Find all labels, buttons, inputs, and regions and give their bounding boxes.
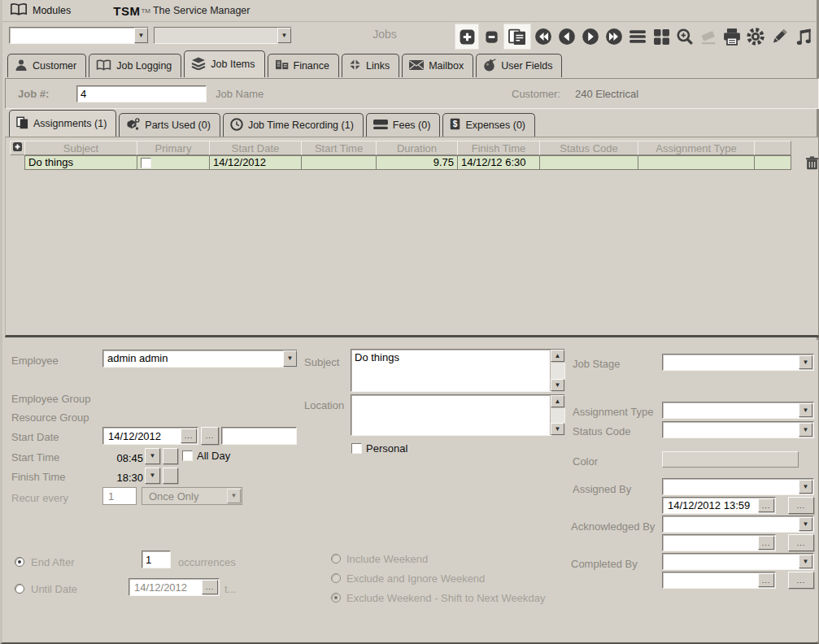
- cell-primary[interactable]: [137, 155, 210, 170]
- delete-row-button[interactable]: [806, 156, 819, 170]
- acknowledged-by-dropdown-arrow[interactable]: ▼: [799, 517, 812, 531]
- assigned-by-dropdown-arrow[interactable]: ▼: [799, 480, 812, 494]
- column-header-status-code[interactable]: Status Code: [539, 141, 638, 155]
- copy-button[interactable]: [503, 24, 531, 50]
- next-record-button[interactable]: [579, 24, 602, 49]
- module-combobox[interactable]: ▼: [9, 27, 149, 44]
- secondary-combobox[interactable]: ▼: [154, 27, 292, 44]
- previous-record-button[interactable]: [555, 24, 578, 49]
- until-date-picker-button[interactable]: ...: [202, 580, 218, 594]
- occurrences-input[interactable]: [142, 550, 171, 568]
- employee-dropdown-arrow[interactable]: ▼: [283, 350, 297, 367]
- until-date-radio[interactable]: [15, 584, 24, 594]
- column-header-primary[interactable]: Primary: [137, 141, 210, 155]
- location-scrollbar[interactable]: ▲ ▼: [550, 395, 564, 435]
- tab-job-items[interactable]: Job Items: [184, 50, 264, 77]
- assigned-extra-button[interactable]: ...: [788, 497, 814, 514]
- scroll-down-button[interactable]: ▼: [551, 423, 564, 435]
- tab-links[interactable]: Links: [342, 54, 399, 77]
- start-date-extra-input[interactable]: [221, 427, 297, 445]
- edit-button[interactable]: [768, 24, 791, 49]
- acknowledged-extra-button[interactable]: ...: [788, 534, 814, 551]
- column-header-start-date[interactable]: Start Date: [209, 141, 302, 155]
- modules-button[interactable]: Modules: [10, 3, 71, 18]
- tab-job-time-recording[interactable]: Job Time Recording (1): [223, 113, 364, 137]
- tab-finance[interactable]: Finance: [268, 54, 339, 77]
- tab-user-fields[interactable]: User Fields: [476, 54, 562, 77]
- primary-checkbox[interactable]: [141, 158, 151, 168]
- add-button[interactable]: [455, 24, 479, 50]
- tab-parts-used[interactable]: Parts Used (0): [119, 113, 220, 137]
- grid-add-row-button[interactable]: [10, 141, 25, 155]
- cell-status-code[interactable]: [539, 155, 638, 170]
- assigned-datetime-field[interactable]: 14/12/2012 13:59 ...: [662, 497, 776, 514]
- column-header-finish-time[interactable]: Finish Time: [457, 141, 540, 155]
- assignment-type-dropdown[interactable]: ▼: [662, 402, 814, 419]
- subject-scrollbar[interactable]: ▲ ▼: [550, 350, 564, 391]
- remove-button[interactable]: [480, 24, 503, 49]
- exclude-ignore-weekend-radio[interactable]: [331, 573, 341, 583]
- employee-dropdown[interactable]: admin admin ▼: [102, 350, 298, 368]
- completed-datetime-field[interactable]: ...: [662, 572, 776, 589]
- module-combobox-arrow[interactable]: ▼: [134, 28, 148, 43]
- tab-job-logging[interactable]: Job Logging: [89, 54, 181, 77]
- erase-button[interactable]: [697, 24, 720, 49]
- cell-duration[interactable]: 9.75: [376, 155, 458, 170]
- grid-view-button[interactable]: [650, 24, 673, 49]
- job-stage-dropdown-arrow[interactable]: ▼: [799, 355, 812, 369]
- completed-extra-button[interactable]: ...: [788, 572, 814, 589]
- start-date-field[interactable]: 14/12/2012 ...: [102, 427, 198, 445]
- settings-button[interactable]: [744, 24, 767, 49]
- start-time-dropdown-arrow[interactable]: ▼: [145, 448, 160, 464]
- tab-expenses[interactable]: $ Expenses (0): [442, 113, 535, 137]
- job-stage-dropdown[interactable]: ▼: [662, 354, 814, 371]
- completed-by-dropdown-arrow[interactable]: ▼: [799, 555, 812, 568]
- tab-fees[interactable]: Fees (0): [366, 113, 441, 137]
- secondary-combobox-arrow[interactable]: ▼: [277, 28, 291, 43]
- finish-time-clear-button[interactable]: [163, 468, 178, 484]
- column-header-assignment-type[interactable]: Assignment Type: [638, 141, 755, 155]
- start-date-extra-button[interactable]: ...: [201, 427, 219, 445]
- include-weekend-radio[interactable]: [331, 554, 341, 564]
- cell-subject[interactable]: Do things: [24, 155, 137, 170]
- scroll-down-button[interactable]: ▼: [551, 379, 564, 391]
- scroll-up-button[interactable]: ▲: [551, 350, 564, 362]
- start-time-clear-button[interactable]: [163, 448, 178, 464]
- until-date-field[interactable]: 14/12/2012 ...: [129, 578, 220, 596]
- assigned-datetime-picker-button[interactable]: ...: [758, 498, 774, 512]
- notes-button[interactable]: [791, 24, 814, 49]
- finish-time-dropdown-arrow[interactable]: ▼: [145, 468, 160, 484]
- tab-customer[interactable]: Customer: [7, 54, 86, 77]
- cell-start-time[interactable]: [301, 155, 377, 170]
- completed-by-dropdown[interactable]: ▼: [662, 553, 814, 570]
- job-number-input[interactable]: [76, 85, 207, 102]
- zoom-in-button[interactable]: [673, 24, 696, 49]
- column-header-subject[interactable]: Subject: [24, 141, 137, 155]
- tab-mailbox[interactable]: Mailbox: [402, 54, 473, 77]
- location-textarea[interactable]: ▲ ▼: [351, 394, 565, 436]
- personal-checkbox[interactable]: [351, 443, 362, 454]
- acknowledged-datetime-picker-button[interactable]: ...: [758, 536, 774, 550]
- color-swatch-field[interactable]: [662, 451, 799, 468]
- end-after-radio[interactable]: [15, 557, 24, 567]
- cell-blank[interactable]: [754, 155, 791, 170]
- status-code-dropdown[interactable]: ▼: [662, 421, 814, 438]
- print-button[interactable]: [721, 24, 743, 49]
- start-date-picker-button[interactable]: ...: [181, 429, 197, 443]
- last-record-button[interactable]: [603, 24, 625, 49]
- all-day-checkbox[interactable]: [182, 450, 193, 461]
- completed-datetime-picker-button[interactable]: ...: [758, 573, 774, 587]
- assignment-type-dropdown-arrow[interactable]: ▼: [799, 403, 812, 417]
- status-code-dropdown-arrow[interactable]: ▼: [799, 423, 812, 437]
- column-header-start-time[interactable]: Start Time: [301, 141, 377, 155]
- tab-assignments[interactable]: Assignments (1): [9, 110, 116, 137]
- assigned-by-dropdown[interactable]: ▼: [662, 478, 814, 495]
- acknowledged-datetime-field[interactable]: ...: [662, 534, 776, 551]
- list-view-button[interactable]: [626, 24, 649, 49]
- cell-finish-time[interactable]: 14/12/12 6:30: [457, 155, 540, 170]
- scroll-up-button[interactable]: ▲: [551, 395, 564, 407]
- column-header-duration[interactable]: Duration: [376, 141, 458, 155]
- exclude-shift-weekend-radio[interactable]: [331, 593, 341, 603]
- first-record-button[interactable]: [532, 24, 555, 49]
- acknowledged-by-dropdown[interactable]: ▼: [662, 516, 814, 533]
